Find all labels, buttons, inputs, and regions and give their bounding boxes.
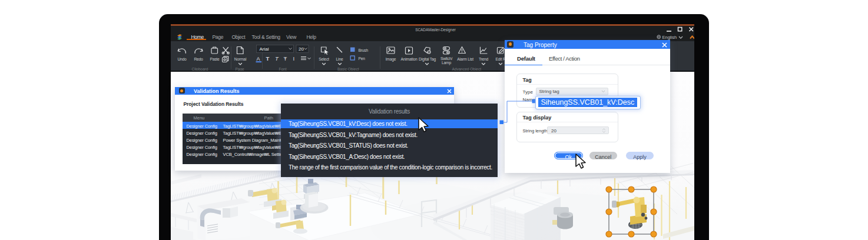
- svg-text:Arial: Arial: [259, 46, 269, 52]
- svg-text:Alarm List: Alarm List: [457, 57, 473, 61]
- svg-text:Image: Image: [385, 57, 396, 62]
- svg-text:Animation: Animation: [400, 57, 417, 61]
- svg-text:Switch/: Switch/: [440, 56, 452, 61]
- svg-text:Paste: Paste: [210, 57, 220, 61]
- svg-text:Trend: Trend: [478, 57, 488, 61]
- svg-text:Brush: Brush: [358, 48, 368, 52]
- svg-text:Normal: Normal: [234, 57, 246, 61]
- svg-text:Digital Tag: Digital Tag: [419, 57, 436, 62]
- svg-text:Edit R: Edit R: [495, 57, 505, 61]
- svg-text:I: I: [293, 55, 294, 62]
- svg-text:Undo: Undo: [177, 57, 187, 61]
- svg-text:Select: Select: [319, 57, 329, 61]
- svg-text:T: T: [275, 55, 279, 62]
- svg-text:Ŧ: Ŧ: [283, 55, 287, 62]
- svg-text:Lamp: Lamp: [442, 61, 451, 65]
- svg-text:Pen: Pen: [358, 56, 365, 61]
- svg-text:T: T: [266, 55, 269, 62]
- svg-text:20: 20: [299, 46, 304, 52]
- svg-text:Redo: Redo: [194, 57, 203, 61]
- svg-text:Line: Line: [336, 57, 343, 61]
- svg-text:A: A: [256, 56, 260, 62]
